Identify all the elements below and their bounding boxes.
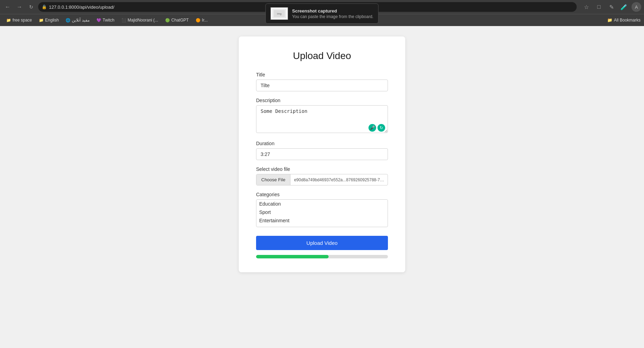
forward-button[interactable]: → bbox=[15, 2, 24, 12]
page-content: Upload Video Title Description Some Desc… bbox=[0, 26, 644, 348]
category-option-education[interactable]: Education bbox=[256, 200, 388, 208]
bookmark-folder-icon: 📁 bbox=[6, 18, 11, 23]
choose-file-button[interactable]: Choose File bbox=[256, 174, 290, 185]
voice-icon[interactable]: 🎤 bbox=[368, 124, 376, 132]
description-wrapper: Some Description 🎤 ↻ bbox=[256, 105, 388, 134]
bookmark-ir[interactable]: 🟠 Ir... bbox=[193, 17, 211, 23]
back-button[interactable]: ← bbox=[3, 2, 12, 12]
description-textarea[interactable]: Some Description bbox=[256, 105, 388, 133]
textarea-icons: 🎤 ↻ bbox=[368, 124, 385, 132]
bookmark-twitch-icon: 💜 bbox=[96, 18, 101, 23]
category-option-sport[interactable]: Sport bbox=[256, 208, 388, 216]
svg-text:img: img bbox=[277, 12, 281, 15]
all-bookmarks-label: All Bookmarks bbox=[614, 18, 641, 23]
extensions-button[interactable]: 🧪 bbox=[619, 2, 629, 12]
video-file-label: Select video file bbox=[256, 166, 388, 172]
bookmark-collection-button[interactable]: □ bbox=[594, 2, 604, 12]
bookmark-label: MajidNoorani (... bbox=[128, 18, 158, 23]
bookmark-label: Ir... bbox=[202, 18, 208, 23]
bookmark-label: مفید آنلاین bbox=[72, 18, 89, 23]
bookmark-label: Twitch bbox=[103, 18, 115, 23]
title-input[interactable] bbox=[256, 80, 388, 91]
bookmark-twitch[interactable]: 💜 Twitch bbox=[94, 17, 117, 23]
duration-group: Duration bbox=[256, 141, 388, 160]
all-bookmarks-btn[interactable]: 📁 All Bookmarks bbox=[607, 18, 641, 23]
bookmark-english[interactable]: 📁 English bbox=[36, 17, 61, 23]
profile-avatar[interactable]: A bbox=[632, 2, 641, 12]
description-label: Description bbox=[256, 98, 388, 103]
bookmark-mofid[interactable]: 🌐 مفید آنلاین bbox=[63, 17, 92, 23]
categories-select[interactable]: Education Sport Entertainment bbox=[256, 199, 388, 227]
lock-icon: 🔒 bbox=[42, 5, 47, 9]
refresh-icon[interactable]: ↻ bbox=[378, 124, 385, 132]
screenshot-thumbnail: img bbox=[271, 7, 288, 20]
reload-button[interactable]: ↻ bbox=[26, 2, 36, 12]
file-name-display: e90d8a749bd46937e552a...8769260925788-72… bbox=[290, 175, 388, 185]
edit-button[interactable]: ✎ bbox=[607, 2, 616, 12]
categories-group: Categories Education Sport Entertainment bbox=[256, 192, 388, 227]
toolbar-icons: ☆ □ ✎ 🧪 A bbox=[582, 2, 641, 12]
star-button[interactable]: ☆ bbox=[582, 2, 591, 12]
bookmark-ir-icon: 🟠 bbox=[196, 18, 201, 23]
page-title: Upload Video bbox=[256, 50, 388, 61]
video-file-group: Select video file Choose File e90d8a749b… bbox=[256, 166, 388, 185]
bookmark-folder-icon: 📁 bbox=[607, 18, 612, 23]
progress-bar-wrapper bbox=[256, 255, 388, 258]
screenshot-notification: img Screenshot captured You can paste th… bbox=[265, 3, 379, 24]
bookmark-chatgpt[interactable]: 🟢 ChatGPT bbox=[162, 17, 192, 23]
title-group: Title bbox=[256, 72, 388, 91]
duration-input[interactable] bbox=[256, 148, 388, 160]
bookmark-majid[interactable]: ⬛ MajidNoorani (... bbox=[119, 17, 161, 23]
categories-label: Categories bbox=[256, 192, 388, 197]
category-option-entertainment[interactable]: Entertainment bbox=[256, 216, 388, 225]
progress-bar-fill bbox=[256, 255, 329, 258]
address-url: 127.0.0.1:8000/api/video/upload/ bbox=[49, 5, 115, 10]
bookmark-chatgpt-icon: 🟢 bbox=[165, 18, 170, 23]
bookmark-label: free space bbox=[12, 18, 32, 23]
bookmark-github-icon: ⬛ bbox=[121, 18, 126, 23]
bookmark-site-icon: 🌐 bbox=[66, 18, 70, 23]
bookmark-free-space[interactable]: 📁 free space bbox=[3, 17, 35, 23]
upload-card: Upload Video Title Description Some Desc… bbox=[239, 36, 405, 272]
title-label: Title bbox=[256, 72, 388, 77]
upload-video-button[interactable]: Upload Video bbox=[256, 236, 388, 250]
screenshot-text: Screenshot captured You can paste the im… bbox=[292, 8, 373, 19]
description-group: Description Some Description 🎤 ↻ bbox=[256, 98, 388, 134]
duration-label: Duration bbox=[256, 141, 388, 146]
screenshot-title: Screenshot captured bbox=[292, 8, 373, 14]
file-input-wrapper: Choose File e90d8a749bd46937e552a...8769… bbox=[256, 174, 388, 185]
bookmark-folder-icon: 📁 bbox=[39, 18, 44, 23]
bookmark-label: ChatGPT bbox=[171, 18, 189, 23]
bookmark-label: English bbox=[45, 18, 59, 23]
screenshot-subtitle: You can paste the image from the clipboa… bbox=[292, 14, 373, 19]
